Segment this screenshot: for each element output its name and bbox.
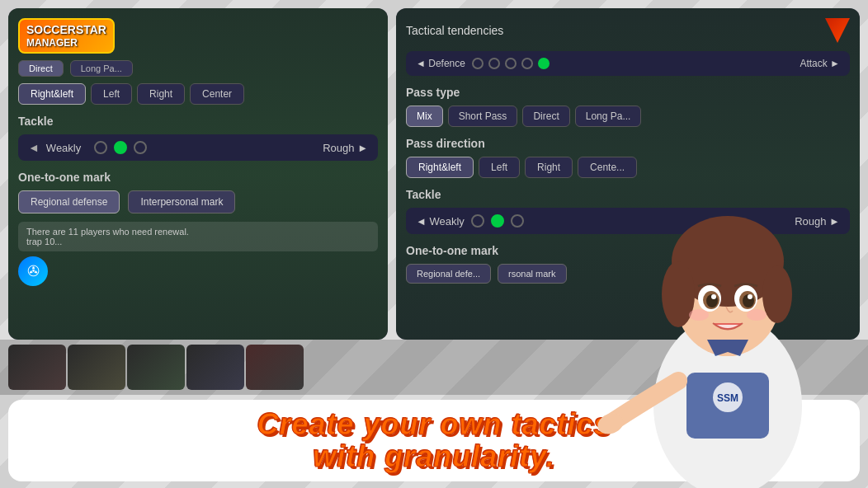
r-radio-3[interactable] — [511, 214, 524, 228]
attack-label[interactable]: Attack ► — [800, 58, 840, 69]
logo-text: SOCCERSTAR MANAGER — [26, 23, 106, 49]
left-tackle-row: ◄ Weakly Rough ► — [18, 134, 378, 161]
dot-3[interactable] — [505, 58, 517, 69]
r-radio-2-active[interactable] — [491, 214, 504, 228]
right-tackle-weakly: ◄ Weakly — [416, 215, 465, 228]
renewal-notice: There are 11 players who need renewal. t… — [18, 222, 378, 251]
r-radio-1[interactable] — [471, 214, 484, 228]
tendencies-header: Tactical tendencies — [406, 18, 850, 43]
interpersonal-btn[interactable]: rsonal mark — [498, 264, 566, 284]
left-panel-content: SOCCERSTAR MANAGER Direct Long Pa... Rig… — [18, 18, 378, 286]
regional-def-btn[interactable]: Regional defe... — [406, 264, 491, 284]
player-card-3[interactable] — [127, 345, 185, 390]
svg-point-13 — [711, 294, 716, 299]
top-bar-direct[interactable]: Direct — [18, 60, 64, 77]
pass-mix-btn[interactable]: Mix — [406, 106, 443, 127]
svg-text:SSM: SSM — [717, 392, 738, 404]
tackle-section-label: Tackle — [18, 115, 378, 128]
tackle-weakly-label: Weakly — [46, 142, 87, 154]
left-direction-row: Right&left Left Right Center — [18, 83, 378, 105]
top-bar-longpa[interactable]: Long Pa... — [70, 60, 133, 77]
svg-point-15 — [689, 309, 709, 321]
player-card-4[interactable] — [186, 345, 244, 390]
def-atk-row: ◄ Defence Attack ► — [406, 51, 850, 76]
player-card-1[interactable] — [8, 345, 66, 390]
dot-2[interactable] — [488, 58, 500, 69]
dir-btn-left[interactable]: Left — [91, 83, 132, 105]
r-dir-left[interactable]: Left — [479, 157, 520, 178]
messenger-icon[interactable]: ✇ — [18, 256, 48, 286]
svg-point-16 — [747, 309, 767, 321]
svg-point-6 — [762, 265, 792, 323]
pass-direct-btn[interactable]: Direct — [522, 106, 569, 127]
dot-4[interactable] — [521, 58, 533, 69]
logo: SOCCERSTAR MANAGER — [18, 18, 115, 54]
mark-row: Regional defense Interpersonal mark — [18, 190, 378, 214]
regional-defense-btn[interactable]: Regional defense — [18, 190, 120, 214]
r-dir-rightleft[interactable]: Right&left — [406, 157, 474, 178]
svg-point-5 — [662, 261, 695, 327]
radio-1[interactable] — [94, 141, 107, 154]
dir-btn-right[interactable]: Right — [137, 83, 185, 105]
anime-character: SSM — [579, 142, 868, 488]
pass-long-btn[interactable]: Long Pa... — [575, 106, 642, 127]
radio-3[interactable] — [134, 141, 147, 154]
player-card-2[interactable] — [68, 345, 125, 390]
tendencies-title: Tactical tendencies — [406, 24, 503, 37]
pass-type-row: Mix Short Pass Direct Long Pa... — [406, 106, 850, 127]
dir-btn-rightleft[interactable]: Right&left — [18, 83, 86, 105]
tackle-left-arrow[interactable]: ◄ — [28, 141, 40, 154]
one-to-one-label: One-to-one mark — [18, 171, 378, 184]
tackle-right-arrow[interactable]: ► — [357, 142, 368, 154]
pass-type-label: Pass type — [406, 86, 850, 99]
defence-label[interactable]: ◄ Defence — [416, 58, 465, 69]
top-bar: Direct Long Pa... — [18, 60, 378, 77]
tackle-rough-label: Rough ► — [323, 142, 368, 154]
player-card-5[interactable] — [246, 345, 304, 390]
interpersonal-mark-btn[interactable]: Interpersonal mark — [128, 190, 235, 214]
left-panel: SOCCERSTAR MANAGER Direct Long Pa... Rig… — [8, 8, 388, 340]
dot-5-active[interactable] — [538, 58, 550, 69]
dir-btn-center[interactable]: Center — [190, 83, 244, 105]
svg-point-14 — [748, 294, 752, 299]
download-icon — [825, 18, 850, 43]
pass-short-btn[interactable]: Short Pass — [448, 106, 518, 127]
slider-dots — [472, 58, 794, 69]
r-dir-right[interactable]: Right — [525, 157, 573, 178]
radio-2-active[interactable] — [114, 141, 127, 154]
dot-1[interactable] — [472, 58, 484, 69]
